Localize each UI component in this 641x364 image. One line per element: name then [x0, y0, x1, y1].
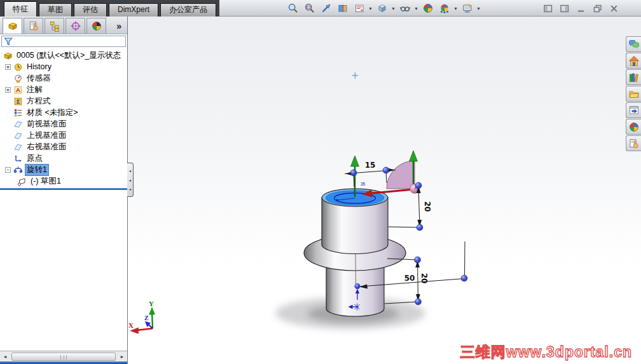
- tab-office-products[interactable]: 办公室产品: [160, 3, 216, 17]
- tree-item-label: 旋转1: [25, 165, 48, 175]
- tree-item-equations[interactable]: Σ 方程式: [0, 95, 127, 107]
- hide-show-items-dropdown-caret[interactable]: ▾: [413, 6, 419, 11]
- tab-sketch[interactable]: 草图: [39, 3, 72, 17]
- dimxpertmanager-tab[interactable]: [65, 18, 85, 34]
- apply-scene-button[interactable]: [436, 1, 452, 16]
- view-palette-button[interactable]: [626, 102, 641, 118]
- splitter-arrow-icon: ◂: [129, 178, 131, 182]
- tree-filter-row[interactable]: [1, 36, 126, 47]
- plane-icon: [13, 131, 23, 140]
- previous-view-button[interactable]: [318, 1, 334, 16]
- minimize-button[interactable]: [576, 3, 586, 13]
- graphics-area[interactable]: 35: [128, 17, 641, 364]
- tree-item-annotations[interactable]: + A 注解: [0, 84, 127, 95]
- tree-item-sketch1[interactable]: (-) 草图1: [0, 175, 127, 187]
- appearances-scenes-button[interactable]: [626, 119, 641, 135]
- tree-horizontal-scrollbar[interactable]: ◄ ►: [0, 351, 127, 361]
- feature-manager-panel: » 0005 (默认<<默认>_显示状态 +: [0, 17, 128, 364]
- crosshair-cursor: +: [351, 70, 359, 81]
- collapse-icon[interactable]: -: [5, 167, 11, 173]
- display-style-button[interactable]: [374, 1, 390, 16]
- propertymanager-tab[interactable]: [24, 18, 43, 34]
- direction-arrow-1[interactable]: [351, 156, 359, 166]
- tree-item-origin[interactable]: 原点: [0, 152, 127, 164]
- home-resources-button[interactable]: [626, 53, 641, 69]
- manager-tab-overflow[interactable]: »: [116, 21, 121, 31]
- scrollbar-thumb[interactable]: [11, 353, 116, 361]
- tree-item-part[interactable]: 0005 (默认<<默认>_显示状态: [0, 50, 127, 61]
- rollback-bar[interactable]: [0, 188, 127, 190]
- history-icon: [13, 62, 23, 72]
- apply-scene-dropdown-caret[interactable]: ▾: [453, 6, 458, 11]
- restore-button[interactable]: [592, 3, 603, 13]
- expand-icon[interactable]: +: [5, 87, 11, 93]
- featuremanager-tab[interactable]: [3, 18, 22, 34]
- edit-appearance-button[interactable]: [420, 1, 436, 16]
- tree-item-sensors[interactable]: 传感器: [0, 72, 127, 84]
- display-style-icon: [376, 3, 388, 14]
- configurationmanager-tab[interactable]: [45, 18, 64, 34]
- section-view-icon: [337, 3, 348, 14]
- previous-view-icon: [320, 3, 332, 14]
- tree-item-top-plane[interactable]: 上视基准面: [0, 130, 127, 141]
- tab-evaluate[interactable]: 评估: [74, 3, 107, 17]
- direction-arrow-2[interactable]: [410, 151, 418, 161]
- sketch-icon: [17, 177, 27, 186]
- displaymanager-tab[interactable]: [86, 18, 106, 34]
- custom-properties-button[interactable]: [626, 135, 641, 151]
- dimension-20[interactable]: 20: [423, 201, 432, 212]
- view-settings-button[interactable]: [459, 1, 475, 16]
- revolved-part[interactable]: 35: [304, 182, 406, 316]
- forum-button[interactable]: [626, 36, 641, 52]
- minimize-icon: [577, 4, 585, 13]
- home-icon: [628, 55, 640, 67]
- scroll-left-arrow[interactable]: ◄: [0, 352, 10, 361]
- pane-left-button[interactable]: [542, 3, 553, 13]
- tree-item-label: 右视基准面: [25, 142, 68, 152]
- watermark-text: 三维网www.3dportal.cn: [460, 342, 632, 362]
- pane-right-button[interactable]: [559, 3, 570, 13]
- pane-right-icon: [560, 4, 569, 13]
- annotations-icon: A: [13, 85, 23, 95]
- view-orientation-button[interactable]: [351, 1, 367, 16]
- tree-item-revolve1[interactable]: - 旋转1: [0, 164, 127, 175]
- sensors-icon: [13, 74, 23, 83]
- tree-item-history[interactable]: + History: [0, 61, 127, 72]
- feature-tree: 0005 (默认<<默认>_显示状态 + History 传感器: [0, 48, 127, 351]
- part-icon: [3, 51, 13, 60]
- section-view-button[interactable]: [334, 1, 350, 16]
- zoom-to-fit-button[interactable]: [285, 1, 301, 16]
- panel-splitter-handle[interactable]: ◂ ◂ ◂: [127, 163, 134, 197]
- tree-item-label: 原点: [25, 153, 44, 164]
- view-settings-dropdown-caret[interactable]: ▾: [476, 6, 481, 11]
- view-palette-icon: [628, 105, 640, 116]
- hide-show-items-button[interactable]: [397, 1, 413, 16]
- view-orientation-dropdown-caret[interactable]: ▾: [368, 6, 373, 11]
- tree-item-front-plane[interactable]: 前视基准面: [0, 118, 127, 130]
- scroll-right-arrow[interactable]: ►: [117, 352, 127, 361]
- display-style-dropdown-caret[interactable]: ▾: [390, 6, 396, 11]
- svg-text:Σ: Σ: [17, 98, 20, 105]
- file-explorer-button[interactable]: [626, 86, 641, 102]
- tree-item-label: 材质 <未指定>: [25, 107, 79, 118]
- solidworks-window: 特征 草图 评估 DimXpert 办公室产品: [0, 0, 641, 364]
- task-pane-bar: [626, 36, 641, 151]
- design-library-button[interactable]: [626, 69, 641, 85]
- tree-item-label: History: [25, 62, 53, 71]
- model-canvas[interactable]: 35: [128, 17, 641, 364]
- material-icon: [13, 108, 23, 118]
- zoom-to-area-button[interactable]: [301, 1, 317, 16]
- dimension-20b[interactable]: 20: [420, 273, 429, 284]
- triad-y-label: Y: [149, 300, 154, 307]
- tab-features[interactable]: 特征: [4, 1, 37, 17]
- window-controls: [542, 2, 619, 15]
- triad-x-label: X: [128, 321, 134, 329]
- close-button[interactable]: [609, 3, 619, 13]
- tree-item-material[interactable]: 材质 <未指定>: [0, 107, 127, 118]
- dimension-50[interactable]: 50: [404, 274, 415, 283]
- tree-item-right-plane[interactable]: 右视基准面: [0, 141, 127, 152]
- dimension-15[interactable]: 15: [365, 161, 376, 170]
- featuremanager-icon: [7, 20, 18, 32]
- tab-dimxpert[interactable]: DimXpert: [109, 3, 158, 17]
- expand-icon[interactable]: +: [5, 64, 11, 70]
